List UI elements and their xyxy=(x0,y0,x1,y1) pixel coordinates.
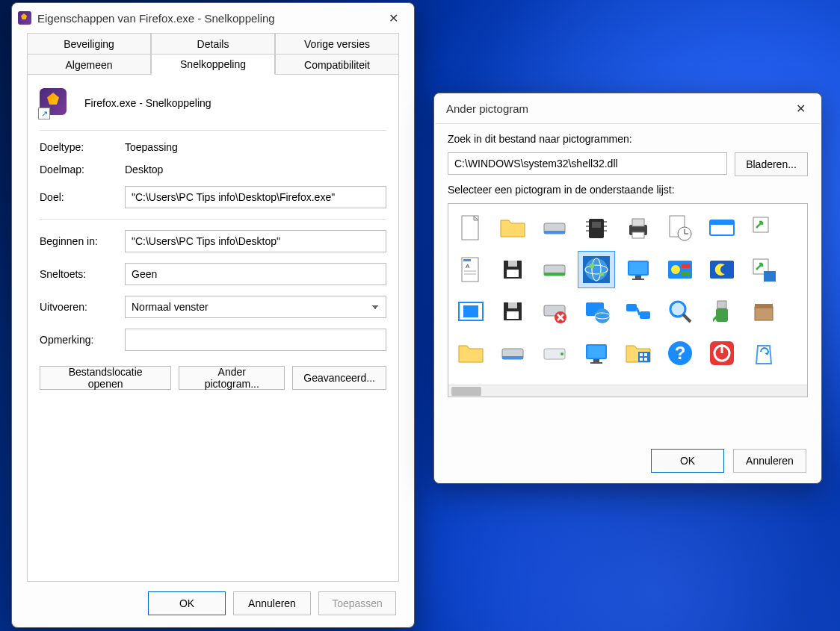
label-beginnen: Beginnen in: xyxy=(40,235,125,247)
svg-rect-72 xyxy=(587,346,605,358)
panel-blue-icon[interactable] xyxy=(453,293,489,329)
power-icon[interactable] xyxy=(704,335,740,371)
chip-icon[interactable] xyxy=(578,210,614,246)
svg-point-33 xyxy=(585,258,608,281)
titlebar: Ander pictogram ✕ xyxy=(434,93,821,123)
doc-a-icon[interactable]: A xyxy=(453,252,489,287)
drive-x-icon[interactable] xyxy=(537,293,572,329)
svg-rect-38 xyxy=(635,276,641,279)
select-uitvoeren[interactable]: Normaal venster xyxy=(125,296,386,318)
box-icon[interactable] xyxy=(746,293,782,329)
tab-snelkoppeling[interactable]: Snelkoppeling xyxy=(151,54,275,75)
svg-rect-63 xyxy=(716,308,728,322)
help-icon[interactable]: ? xyxy=(662,335,698,371)
open-file-location-button[interactable]: Bestandslocatie openen xyxy=(40,366,171,390)
folder-tool-icon[interactable] xyxy=(803,293,808,329)
recycle2-icon[interactable] xyxy=(746,335,782,371)
svg-text:A: A xyxy=(466,263,470,270)
close-icon[interactable]: ✕ xyxy=(785,96,815,120)
svg-rect-2 xyxy=(544,231,565,234)
label-doel: Doel: xyxy=(40,191,125,203)
svg-rect-59 xyxy=(640,311,650,319)
window-run-icon[interactable] xyxy=(704,210,740,246)
svg-rect-74 xyxy=(590,362,602,364)
blank-doc-icon[interactable] xyxy=(453,210,489,246)
cancel-button[interactable]: Annuleren xyxy=(733,449,806,473)
globe-monitor-icon[interactable] xyxy=(578,293,614,329)
tab-vorige-versies[interactable]: Vorige versies xyxy=(275,33,399,54)
svg-rect-19 xyxy=(710,220,734,225)
usb-green-icon[interactable] xyxy=(704,293,740,329)
firefox-icon xyxy=(18,11,31,25)
svg-rect-12 xyxy=(632,219,644,226)
globe-icon[interactable] xyxy=(578,252,614,287)
label-select-icon: Selecteer een pictogram in de onderstaan… xyxy=(448,184,808,196)
shortcut-name: Firefox.exe - Snelkoppeling xyxy=(84,97,211,109)
share-icon[interactable] xyxy=(620,293,656,329)
moon-icon[interactable] xyxy=(704,252,740,287)
horizontal-scrollbar[interactable] xyxy=(448,385,807,397)
ok-button[interactable]: OK xyxy=(651,449,724,473)
input-beginnen[interactable] xyxy=(125,230,386,252)
tab-beveiliging[interactable]: Beveiliging xyxy=(27,33,151,54)
svg-rect-58 xyxy=(626,304,637,311)
window-title: Eigenschappen van Firefox.exe - Snelkopp… xyxy=(37,12,378,25)
input-doel[interactable] xyxy=(125,186,386,208)
svg-rect-31 xyxy=(544,273,565,276)
input-sneltoets[interactable] xyxy=(125,263,386,285)
magnifier-icon[interactable] xyxy=(662,293,698,329)
value-doeltype: Toepassing xyxy=(125,141,386,153)
svg-rect-79 xyxy=(644,358,647,361)
drive2-icon[interactable] xyxy=(495,335,531,371)
drive-green-icon[interactable] xyxy=(537,252,572,287)
recycle-icon[interactable] xyxy=(803,210,808,246)
short-arrow-icon[interactable] xyxy=(746,210,782,246)
floppy-icon[interactable] xyxy=(495,252,531,287)
change-icon-dialog: Ander pictogram ✕ Zoek in dit bestand na… xyxy=(433,93,822,484)
drive-icon[interactable] xyxy=(537,210,572,246)
floppy2-icon[interactable] xyxy=(495,293,531,329)
folder2-icon[interactable] xyxy=(453,335,489,371)
folder-icon[interactable] xyxy=(495,210,531,246)
short-arrow2-icon[interactable] xyxy=(746,252,782,287)
shortcut-overlay-icon: ↗ xyxy=(38,108,50,119)
input-icon-path[interactable] xyxy=(448,152,727,175)
printer-icon[interactable] xyxy=(620,210,656,246)
tab-compatibiliteit[interactable]: Compatibiliteit xyxy=(275,54,399,75)
drive-light-icon[interactable] xyxy=(537,335,572,371)
svg-point-41 xyxy=(671,265,680,274)
svg-rect-28 xyxy=(508,261,517,267)
tab-panel: ↗ Firefox.exe - Snelkoppeling Doeltype: … xyxy=(27,74,399,582)
folder-gear-icon[interactable] xyxy=(803,252,808,287)
svg-rect-43 xyxy=(682,271,691,276)
svg-rect-76 xyxy=(640,353,643,356)
close-icon[interactable]: ✕ xyxy=(378,6,408,30)
tab-details[interactable]: Details xyxy=(151,33,275,54)
tab-algemeen[interactable]: Algemeen xyxy=(27,54,151,75)
dialog-buttons: OK Annuleren xyxy=(651,449,806,473)
tabs: Beveiliging Details Vorige versies Algem… xyxy=(12,33,414,582)
monitor-blue-icon[interactable] xyxy=(620,252,656,287)
apply-button[interactable]: Toepassen xyxy=(318,591,396,615)
doc-clock-icon[interactable] xyxy=(662,210,698,246)
folder-wrench-icon[interactable] xyxy=(803,335,808,371)
ok-button[interactable]: OK xyxy=(148,591,226,615)
monitor-icon[interactable] xyxy=(578,335,614,371)
cancel-button[interactable]: Annuleren xyxy=(233,591,311,615)
svg-text:?: ? xyxy=(675,343,686,363)
svg-rect-37 xyxy=(629,262,647,274)
input-opmerking[interactable] xyxy=(125,329,386,351)
advanced-button[interactable]: Geavanceerd... xyxy=(292,366,386,390)
svg-rect-13 xyxy=(632,232,644,238)
scrollbar-thumb[interactable] xyxy=(451,387,481,396)
svg-rect-3 xyxy=(589,219,604,238)
change-icon-button[interactable]: Ander pictogram... xyxy=(179,366,285,390)
properties-dialog: Eigenschappen van Firefox.exe - Snelkopp… xyxy=(11,2,415,628)
browse-button[interactable]: Bladeren... xyxy=(735,152,808,176)
folder-grid-icon[interactable] xyxy=(620,335,656,371)
panel-icon[interactable] xyxy=(662,252,698,287)
dialog-buttons: OK Annuleren Toepassen xyxy=(148,591,396,615)
icon-list[interactable]: A? xyxy=(448,203,808,397)
svg-rect-49 xyxy=(463,305,478,317)
svg-rect-23 xyxy=(463,259,471,261)
